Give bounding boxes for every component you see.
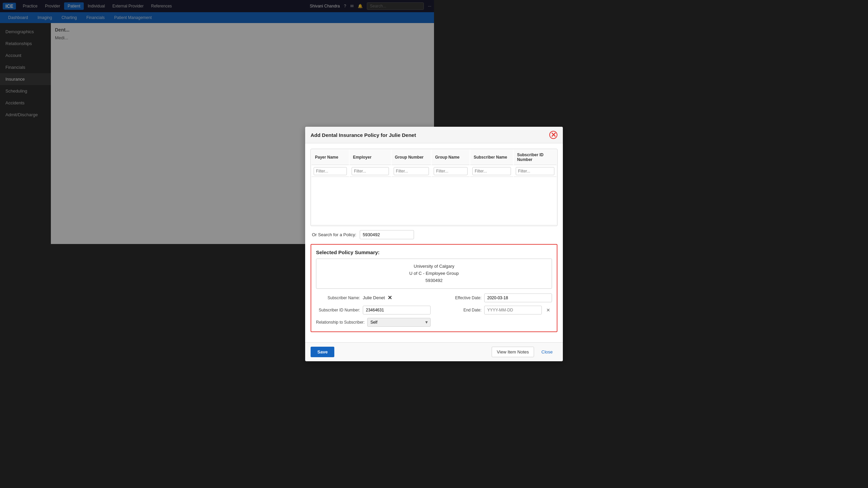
col-group-number: Group Number (392, 150, 431, 165)
insurance-filter-table: Payer Name Employer Group Number Group N… (311, 149, 434, 226)
col-employer: Employer (350, 150, 391, 165)
modal-title: Add Dental Insurance Policy for Julie De… (311, 132, 416, 138)
modal-header: Add Dental Insurance Policy for Julie De… (305, 127, 434, 143)
table-empty-area (312, 178, 434, 225)
search-policy-label: Or Search for a Policy: (312, 232, 356, 237)
col-group-name: Group Name (432, 150, 434, 165)
filter-employer[interactable] (352, 167, 389, 175)
modal-body: Payer Name Employer Group Number Group N… (305, 143, 434, 244)
add-insurance-modal: Add Dental Insurance Policy for Julie De… (305, 127, 434, 244)
filter-group-name[interactable] (434, 167, 434, 175)
modal-overlay: Add Dental Insurance Policy for Julie De… (0, 0, 434, 244)
filter-payer-name[interactable] (314, 167, 347, 175)
search-policy-row: Or Search for a Policy: (311, 230, 434, 239)
col-payer-name: Payer Name (312, 150, 349, 165)
search-policy-input[interactable] (360, 230, 414, 239)
filter-group-number[interactable] (394, 167, 429, 175)
